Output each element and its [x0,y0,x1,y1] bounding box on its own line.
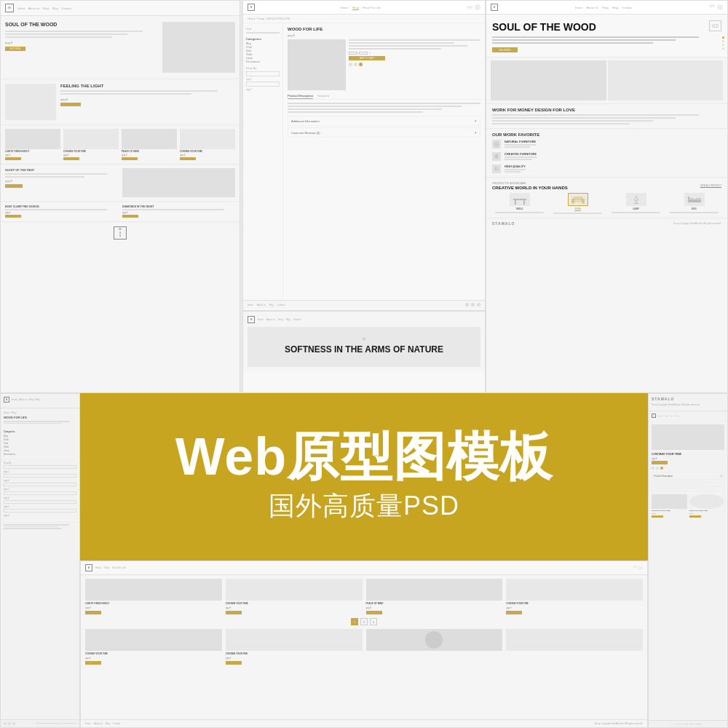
lp-hero-title: SOUL OF THE WOOD [5,22,158,28]
lp-s2-btn[interactable] [60,103,81,106]
lp-nav-contact[interactable]: Contact [61,7,71,10]
cp-social-pt[interactable] [477,303,480,306]
right-panel: M Home About Us Shop Blog Contact SOUL O… [486,0,728,393]
bc-page-2[interactable]: 2 [360,618,368,625]
cp-prod-img-main [288,39,346,90]
bc-prod-3: PEACE OF MIND qqq € [366,579,503,614]
rp-hero-title: SOUL OF THE WOOD [492,22,721,33]
rp-type-bed[interactable]: BED [667,193,721,214]
bottom-center-panel: M Home Shop Wood For Life LIGHTS THROUGH… [80,561,648,728]
lp-sleep-img [122,168,235,197]
bc-prod-5: CONTAIN YOUR TIME qqq € [85,629,222,665]
bc-img-4 [506,629,643,651]
cp-social-fb[interactable] [465,303,469,306]
rp-fav-icon-3 [492,165,501,173]
cp-search-icon[interactable] [467,6,472,9]
rp-type-sofa[interactable]: SOFA [550,193,605,214]
cp-sidebar: Sort Categories Blog Chair Sofa Table La… [243,23,283,300]
lp-prod-sleep: SLEEP OF THE PAST qqq € [5,168,118,197]
rp-logo: M [491,4,498,11]
main-wrapper: M Home About us Shop Blog Contact SOUL O… [0,0,728,728]
cp-nav-shop[interactable]: Shop [352,6,359,9]
cp-tab-featured[interactable]: Featured [317,94,329,99]
lp-hero-price: qqq € [5,41,158,44]
bc-page-3[interactable]: 3 [370,618,377,625]
svg-rect-2 [515,200,516,205]
svg-rect-14 [688,197,689,199]
rp-img-2 [608,60,724,100]
left-panel: M Home About us Shop Blog Contact SOUL O… [0,0,240,393]
rp-fav-icon-2 [492,152,501,161]
cp-add-cart-btn[interactable]: ADD TO CART [349,56,385,60]
bc-prod-1: LIGHTS THROUGHOUT qqq € [85,579,222,614]
rp-work-section: WORK FOR MONEY DESIGN FOR LOVE [486,104,727,129]
cp-social-tw[interactable] [471,303,475,306]
svg-rect-9 [636,200,636,203]
cp-nav-wood[interactable]: Wood For Life [363,6,381,9]
svg-marker-8 [634,196,638,200]
rp-see-more-btn[interactable]: SEE MORE [492,47,518,52]
cp-customer-reviews[interactable]: Customer Reviews (2) ▾ [288,127,480,138]
svg-rect-3 [523,200,525,205]
lp-s2-img [5,84,56,120]
lp-prod-1: LIGHTS THROUGHOUT qqq € [5,129,60,160]
lp-prod-boat: BOAT CLARIFYING DESIGN qqq € [5,205,118,218]
svg-rect-1 [513,199,526,200]
bc-prod-6: CONTAIN YOUR FINE qqq € [226,629,363,665]
cp-breadcrumb: Home / Shop / WOOD FOR LIFE [243,15,485,23]
cp-logo: M [248,4,255,11]
lp-nav-shop[interactable]: Shop [42,7,49,10]
svg-rect-6 [582,199,585,204]
rp-page-num: 02 [709,20,721,31]
lp-nav-blog[interactable]: Blog [52,7,58,10]
bc-prod-2: CONTAIN YOUR TIME qqq € [226,579,363,614]
center-panel: M Home Shop Wood For Life Home / Shop / … [242,0,486,393]
rp-view-all-link[interactable]: VIEW ALL PRODUCT [700,184,721,187]
cp-user-icon[interactable] [475,4,480,10]
cp-softness-title: SOFTNESS IN THE ARMS OF NATURE [255,344,473,356]
svg-rect-13 [695,198,701,200]
lp-prod-4: CONTAIN YOUR TIME qqq € [180,129,235,160]
cp-nav-home[interactable]: Home [341,6,349,9]
lp-hero-img [162,22,235,73]
rp-type-table[interactable]: TABLE [492,193,547,214]
cp-softness-hero: 02 SOFTNESS IN THE ARMS OF NATURE [248,327,480,367]
lp-bottom-logo: M98 [1,222,240,244]
cp-product-title: WOOD FOR LIFE [288,27,480,31]
svg-rect-10 [634,203,638,204]
bottom-right-panel: STAMALO Group Copyright HeadModule. All … [648,393,728,728]
banner-main-title: Web原型图模板 [175,430,553,483]
rp-fav-icon-1 [492,140,501,149]
lp-prod-diamonds: DIAMONDS IN THE NIGHT qqq € [122,205,235,218]
cp-footer: Home About us Blog Contact [243,300,485,309]
rp-showcase-section: Products Showcase CREATIVE WORLD IN YOUR… [486,178,727,218]
overlay-banner: Web原型图模板 国外高质量PSD [80,393,648,561]
bc-prod-4: CONTAIN YOUR FIRE qqq € [506,579,643,614]
cp-product-area: WOOD FOR LIFE qqq € ▾ [283,23,485,300]
lp-buy-btn[interactable]: BUY NOW [5,47,25,51]
rp-favorites-section: OUR WORK FAVORITE NATURAL FURNITURE CR [486,129,727,178]
svg-point-0 [495,167,498,170]
banner-sub-title: 国外高质量PSD [269,488,459,524]
cp-tab-desc[interactable]: Product Description [288,94,313,99]
cp-additional-info[interactable]: Additional Information ▾ [288,116,480,126]
rp-search-icon[interactable] [709,4,715,7]
cp-page2: M Home About us Shop Blog Fashion 02 SOF… [243,310,485,371]
lp-prod-3: PEACE OF MIND qqq € [122,129,177,160]
lp-nav-about[interactable]: About us [28,7,40,10]
lp-nav-home[interactable]: Home [17,7,25,10]
bc-page-1[interactable]: 1 [351,618,358,625]
svg-rect-5 [571,199,574,204]
rp-user-icon[interactable] [717,4,723,10]
svg-rect-7 [573,197,583,199]
bc-circle-img [366,629,503,651]
lp-s2-title: FEELING THE LIGHT [60,84,235,88]
rp-img-1 [491,60,606,100]
rp-type-lamp[interactable]: LAMP [609,193,663,214]
lp-prod-2: CONTAIN YOUR TIME qqq € [63,129,119,160]
bottom-left-panel: M Home About us Shop Blog Home / Shop WO… [0,393,80,728]
rp-footer: STAMALO Group Copyright HeadModule. All … [486,218,727,229]
lp-logo-mark: M [5,4,14,12]
